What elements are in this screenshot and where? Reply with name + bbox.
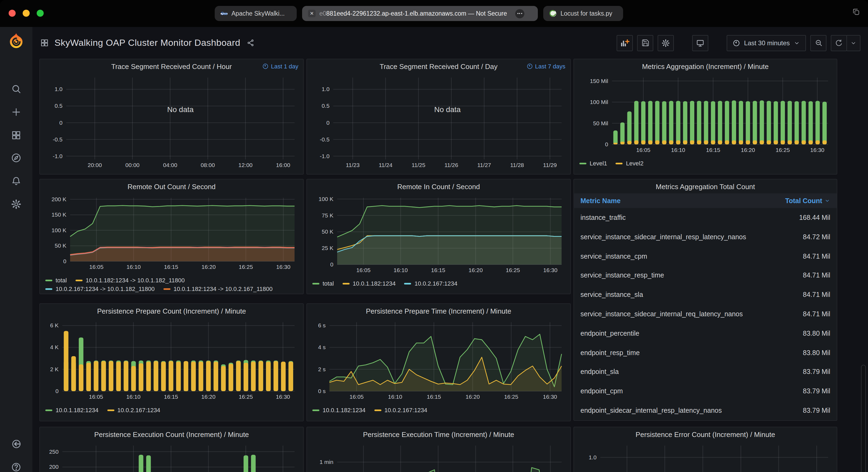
total-count: 83.80 Mil (803, 330, 830, 337)
panel-table: Metrics Aggregation Total CountMetric Na… (574, 179, 837, 421)
table-row[interactable]: service_instance_sidecar_internal_req_la… (574, 304, 837, 324)
cycle-view-button[interactable] (692, 35, 709, 51)
legend-item[interactable]: 10.0.1.182:1234 -> 10.0.1.182_11800 (75, 277, 185, 283)
legend-item[interactable]: 10.0.1.182:1234 (45, 407, 98, 413)
svg-text:50 K: 50 K (322, 229, 333, 235)
browser-tab-3[interactable]: Locust for tasks.py (543, 6, 623, 21)
metric-name: service_instance_resp_time (581, 272, 664, 279)
dashboard-settings-button[interactable] (658, 35, 674, 51)
time-override-badge[interactable]: Last 1 day (262, 59, 298, 73)
chart-canvas[interactable]: 25020015010050016:0516:1016:1516:2016:25… (44, 441, 299, 472)
panel-title[interactable]: Persistence Prepare Time (Increment) / M… (307, 304, 570, 318)
sidebar-item-configuration[interactable] (0, 195, 32, 213)
chart-canvas[interactable]: 150 Mil100 Mil50 Mil016:0516:1016:1516:2… (578, 73, 832, 155)
panel-title[interactable]: Remote Out Count / Second (40, 179, 303, 194)
svg-text:16:25: 16:25 (776, 147, 790, 153)
svg-text:No data: No data (434, 105, 461, 114)
window-zoom-button[interactable] (37, 10, 44, 17)
legend-item[interactable]: 10.0.1.182:1234 (343, 280, 396, 286)
chart-canvas[interactable]: 6 s4 s2 s0 s16:0516:1016:1516:2016:2516:… (311, 318, 566, 402)
chart-canvas[interactable]: 1.00.50-0.5-1.016:0516:1016:1516:2016:25… (578, 441, 832, 472)
legend-item[interactable]: total (45, 277, 67, 283)
svg-text:0: 0 (56, 388, 59, 394)
panel-title[interactable]: Metrics Aggregation Total Count (574, 179, 837, 194)
sidebar-item-sign-out[interactable] (0, 435, 32, 453)
chart-canvas[interactable]: 200 K150 K100 K50 K016:0516:1016:1516:20… (44, 194, 299, 272)
dashboard-grid-icon[interactable] (40, 38, 49, 47)
share-icon[interactable] (247, 39, 255, 47)
legend-item[interactable]: total (312, 280, 334, 286)
sidebar-item-explore[interactable] (0, 149, 32, 167)
window-close-button[interactable] (9, 10, 16, 17)
legend-item[interactable]: 10.0.1.182:1234 (312, 407, 366, 413)
table-row[interactable]: instance_traffic168.44 Mil (574, 208, 837, 227)
sidebar-item-add[interactable] (0, 103, 32, 121)
column-header-total-count[interactable]: Total Count (785, 197, 830, 204)
legend-item[interactable]: Level1 (579, 160, 607, 167)
browser-tab-1[interactable]: SwApache SkyWalki... (215, 6, 297, 21)
tab-menu-dots-icon[interactable] (515, 9, 524, 18)
chart-canvas[interactable]: 100 K75 K50 K25 K016:0516:1016:1516:2016… (311, 194, 566, 275)
chart-canvas[interactable]: 1 min40 s20 s0 s16:0516:1016:1516:2016:2… (311, 441, 566, 472)
chart-canvas[interactable]: 6 K4 K2 K016:0516:1016:1516:2016:2516:30 (44, 318, 299, 402)
tab-overview-icon[interactable] (852, 7, 861, 16)
legend-item[interactable]: 10.0.2.167:1234 (374, 407, 427, 413)
table-row[interactable]: service_instance_cpm84.71 Mil (574, 246, 837, 266)
refresh-interval-button[interactable] (846, 35, 861, 51)
chart-canvas[interactable]: 1.00.50-0.5-1.020:0000:0004:0008:0012:00… (44, 73, 299, 170)
time-override-badge[interactable]: Last 7 days (526, 59, 565, 73)
svg-text:-1.0: -1.0 (53, 153, 62, 159)
refresh-button[interactable] (831, 35, 847, 51)
legend-item[interactable]: Level2 (616, 160, 644, 167)
legend-item[interactable]: 10.0.2.167:1234 (404, 280, 458, 286)
browser-tab-2[interactable]: ✕e0881eed4-22961232.ap-east-1.elb.amazon… (302, 6, 538, 21)
svg-text:16:20: 16:20 (202, 264, 216, 270)
save-dashboard-button[interactable] (638, 35, 654, 51)
time-range-label: Last 30 minutes (744, 39, 790, 46)
close-icon[interactable]: ✕ (308, 10, 316, 17)
panel-title[interactable]: Persistence Error Count (Increment) / Mi… (574, 427, 837, 442)
chart-canvas[interactable]: 1.00.50-0.5-1.011/2311/2411/2511/2611/27… (311, 73, 566, 170)
legend-item[interactable]: 10.0.1.182:1234 -> 10.0.2.167_11800 (163, 285, 273, 292)
svg-text:-1.0: -1.0 (320, 153, 329, 159)
table-row[interactable]: service_instance_resp_time84.71 Mil (574, 266, 837, 285)
legend-item[interactable]: 10.0.2.167:1234 (107, 407, 160, 413)
table-row[interactable]: service_instance_sidecar_internal_resp_l… (574, 227, 837, 247)
tab-label: 881eed4-22961232.ap-east-1.elb.amazonaws… (327, 10, 507, 17)
page-scrollbar[interactable] (861, 365, 866, 472)
zoom-out-button[interactable] (810, 35, 827, 51)
panel-title[interactable]: Persistence Execution Count (Increment) … (40, 427, 303, 442)
total-count: 84.72 Mil (803, 233, 830, 241)
sidebar-item-search[interactable] (0, 80, 32, 98)
browser-tabs: SwApache SkyWalki...✕e0881eed4-22961232.… (215, 6, 623, 21)
svg-text:2 s: 2 s (318, 366, 326, 372)
table-row[interactable]: endpoint_sidecar_internal_resp_latency_n… (574, 401, 837, 420)
svg-text:0.5: 0.5 (589, 471, 596, 472)
legend-item[interactable]: 10.0.2.167:1234 -> 10.0.1.182_11800 (45, 285, 155, 292)
chart-legend: 10.0.1.182:123410.0.2.167:1234 (40, 404, 303, 414)
table-row[interactable]: service_instance_sla84.71 Mil (574, 285, 837, 305)
window-minimize-button[interactable] (23, 10, 30, 17)
table-row[interactable]: endpoint_resp_time83.80 Mil (574, 343, 837, 362)
panel-title[interactable]: Persistence Prepare Count (Increment) / … (40, 304, 303, 318)
panel-title[interactable]: Persistence Execution Time (Increment) /… (307, 427, 570, 442)
add-panel-button[interactable] (617, 35, 633, 51)
table-row[interactable]: endpoint_cpm83.79 Mil (574, 382, 837, 401)
metric-name: endpoint_percentile (581, 330, 639, 337)
table-row[interactable]: endpoint_sla83.79 Mil (574, 362, 837, 382)
grafana-logo[interactable] (7, 32, 25, 50)
column-header-metric-name[interactable]: Metric Name (581, 197, 621, 204)
sidebar-item-help[interactable] (0, 458, 32, 472)
total-count: 83.80 Mil (803, 349, 830, 357)
table-row[interactable]: endpoint_percentile83.80 Mil (574, 324, 837, 343)
sidebar-item-alerting[interactable] (0, 172, 32, 190)
time-range-picker[interactable]: Last 30 minutes (727, 35, 806, 51)
panel-title[interactable]: Remote In Count / Second (307, 179, 570, 194)
panel-out: Remote Out Count / Second200 K150 K100 K… (39, 179, 304, 294)
metric-name: instance_traffic (581, 214, 626, 222)
sidebar-item-dashboards[interactable] (0, 126, 32, 144)
svg-text:50 Mil: 50 Mil (593, 120, 608, 126)
metric-name: service_instance_sla (581, 291, 643, 299)
panel-title[interactable]: Metrics Aggregation (Increment) / Minute (574, 59, 837, 74)
svg-text:16:15: 16:15 (431, 267, 445, 273)
